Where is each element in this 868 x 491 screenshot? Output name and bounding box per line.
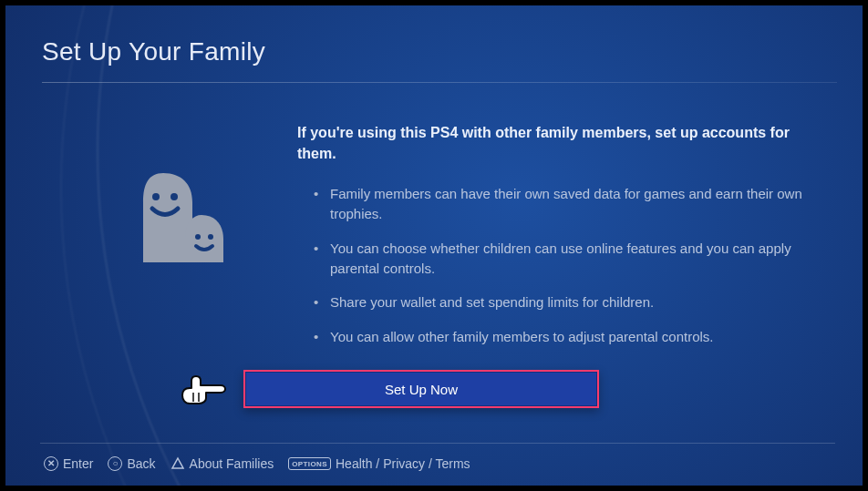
set-up-now-button[interactable]: Set Up Now <box>243 370 599 408</box>
legend-enter: ✕ Enter <box>44 456 93 471</box>
svg-point-2 <box>195 234 201 240</box>
legend-health-privacy-terms: OPTIONS Health / Privacy / Terms <box>288 456 470 471</box>
legend-label: About Families <box>190 456 274 471</box>
content-region: If you're using this PS4 with other fami… <box>297 122 808 362</box>
legend-label: Health / Privacy / Terms <box>336 456 470 471</box>
bullet-list: Family members can have their own saved … <box>314 184 808 347</box>
family-icon <box>129 160 238 270</box>
legend-back: ○ Back <box>108 456 155 471</box>
svg-point-3 <box>208 234 213 240</box>
bullet-item: Family members can have their own saved … <box>314 184 808 224</box>
svg-point-0 <box>152 193 160 200</box>
page-title: Set Up Your Family <box>42 37 265 66</box>
svg-point-1 <box>170 193 178 200</box>
cursor-hand-icon <box>179 367 230 405</box>
button-legend: ✕ Enter ○ Back About Families OPTIONS He… <box>44 456 470 471</box>
circle-icon: ○ <box>108 456 122 471</box>
bullet-item: Share your wallet and set spending limit… <box>314 292 808 312</box>
triangle-icon <box>170 456 185 471</box>
ps4-screen: Set Up Your Family If you're using this … <box>5 5 863 486</box>
options-icon: OPTIONS <box>288 457 331 470</box>
bullet-item: You can allow other family members to ad… <box>314 327 808 347</box>
legend-label: Back <box>127 456 155 471</box>
intro-text: If you're using this PS4 with other fami… <box>297 122 808 164</box>
footer-divider <box>40 443 835 444</box>
title-divider <box>42 82 837 83</box>
legend-about-families: About Families <box>170 456 274 471</box>
bullet-item: You can choose whether children can use … <box>314 239 808 279</box>
legend-label: Enter <box>63 456 93 471</box>
cross-icon: ✕ <box>44 456 58 471</box>
